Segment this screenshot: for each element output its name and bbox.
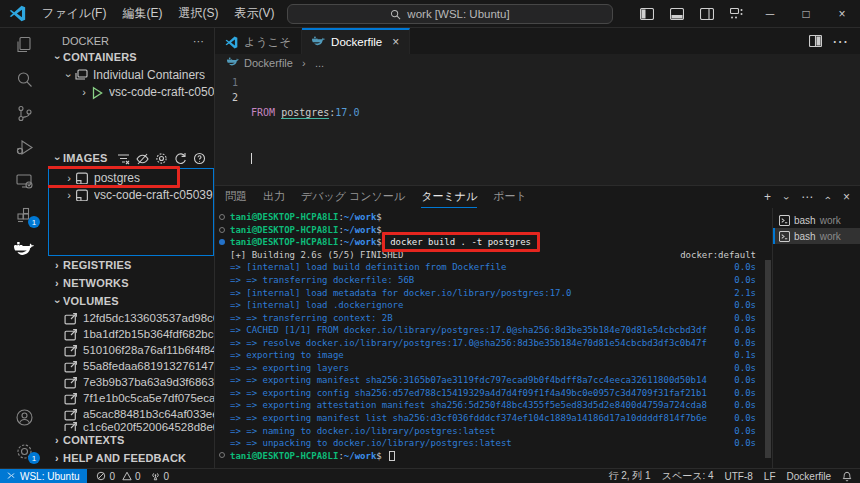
- terminal-dropdown-icon[interactable]: ›: [781, 192, 792, 204]
- close-panel-icon[interactable]: ×: [843, 190, 850, 204]
- text-cursor: [251, 153, 252, 164]
- maximize-panel-icon[interactable]: ›: [822, 192, 833, 204]
- remote-explorer-icon[interactable]: [0, 164, 48, 198]
- volume-label: 7e3b9b37ba63a9d3f686356050...: [83, 376, 214, 388]
- section-contexts[interactable]: › CONTEXTS: [48, 431, 214, 449]
- panel-tab-problems[interactable]: 問題: [225, 186, 247, 208]
- menu-file[interactable]: ファイル(F): [34, 0, 114, 27]
- tree-item-image-vsc[interactable]: › vsc-code-craft-c05039aa99...: [49, 186, 213, 203]
- section-registries[interactable]: › REGISTRIES: [48, 256, 214, 274]
- close-button[interactable]: ×: [824, 0, 860, 28]
- volume-item[interactable]: 510106f28a76af11b6f4f841a5ec...: [48, 342, 214, 358]
- split-editor-icon[interactable]: [809, 35, 822, 47]
- terminal-line: => => naming to docker.io/library/postgr…: [215, 424, 772, 437]
- menu-edit[interactable]: 編集(E): [114, 0, 170, 27]
- volumes-list: 12fd5dc133603537ad98c627cf8...1ba1df2b15…: [48, 310, 214, 431]
- images-tree: › postgres › vsc-code-craft-c05039aa99..…: [48, 168, 214, 256]
- terminal-line: => [internal] load metadata for docker.i…: [215, 286, 772, 299]
- terminal-icon: [779, 215, 790, 226]
- help-icon[interactable]: [193, 152, 206, 165]
- eye-off-icon[interactable]: [136, 152, 149, 165]
- panel-tab-output[interactable]: 出力: [263, 186, 285, 208]
- prompt-user: tani@DESKTOP-HCPA8LI: [230, 225, 338, 235]
- volume-item[interactable]: 7e3b9b37ba63a9d3f686356050...: [48, 374, 214, 390]
- tab-close-icon[interactable]: ×: [392, 35, 399, 49]
- volume-item[interactable]: 12fd5dc133603537ad98c627cf8...: [48, 310, 214, 326]
- cursor-position[interactable]: 行 2, 列 1: [608, 469, 650, 483]
- source-control-icon[interactable]: [0, 96, 48, 130]
- volume-item[interactable]: a5cac88481b3c64af033eeacc0e...: [48, 406, 214, 422]
- run-debug-icon[interactable]: [0, 130, 48, 164]
- toggle-sidebar-icon[interactable]: [632, 0, 662, 28]
- command-center-search[interactable]: work [WSL: Ubuntu]: [287, 4, 613, 24]
- tab-welcome[interactable]: ようこそ: [215, 28, 302, 54]
- terminal-tab-bash-1[interactable]: bash work: [773, 212, 860, 228]
- settings-gear-icon[interactable]: 1: [0, 434, 48, 468]
- tree-item-individual-containers[interactable]: › Individual Containers: [48, 66, 214, 83]
- tab-dockerfile[interactable]: Dockerfile ×: [302, 28, 410, 54]
- panel-more-icon[interactable]: ⋯: [801, 190, 813, 204]
- volume-label: 12fd5dc133603537ad98c627cf8...: [83, 312, 214, 324]
- menu-view[interactable]: 表示(V): [226, 0, 282, 27]
- terminal-text: => exporting to image: [230, 350, 344, 360]
- ports-count: 0: [164, 471, 170, 482]
- eol[interactable]: LF: [764, 471, 776, 482]
- ports-status[interactable]: 0: [150, 471, 170, 482]
- terminal-line: => => unpacking to docker.io/library/pos…: [215, 437, 772, 450]
- activity-bar: 1 1: [0, 28, 48, 468]
- image-token: postgres: [281, 107, 329, 119]
- breadcrumb-more[interactable]: ...: [315, 57, 324, 69]
- terminal-text: => => exporting config sha256:d57ed788c1…: [230, 388, 707, 398]
- section-volumes[interactable]: › VOLUMES: [48, 292, 214, 310]
- new-terminal-icon[interactable]: +: [764, 190, 771, 204]
- filter-icon[interactable]: [117, 152, 130, 165]
- chevron-down-icon: ›: [52, 153, 64, 165]
- section-networks[interactable]: › NETWORKS: [48, 274, 214, 292]
- volume-label: 1ba1df2b15b364fdf682bccd0f4...: [83, 328, 214, 340]
- terminal-scrollbar[interactable]: [765, 260, 771, 458]
- accounts-icon[interactable]: [0, 400, 48, 434]
- docker-extension-icon[interactable]: [0, 232, 48, 266]
- editor-more-icon[interactable]: ⋯: [832, 32, 848, 51]
- indentation[interactable]: スペース: 4: [662, 469, 714, 483]
- code-editor[interactable]: 1 2 FROM postgres:17.0: [215, 72, 860, 185]
- terminal-tab-bash-2[interactable]: bash work: [773, 228, 860, 244]
- panel-tab-ports[interactable]: ポート: [493, 186, 527, 208]
- tree-item-running-container[interactable]: › vsc-code-craft-c05039aa9...: [48, 83, 214, 100]
- volume-item[interactable]: 7f1e1b0c5ca5e7df075ecac74fcf...: [48, 390, 214, 406]
- language-mode[interactable]: Dockerfile: [787, 471, 831, 482]
- terminal-text: => => exporting attestation manifest sha…: [230, 400, 707, 410]
- breadcrumb-file[interactable]: Dockerfile: [244, 57, 293, 69]
- volume-item[interactable]: 1ba1df2b15b364fdf682bccd0f4...: [48, 326, 214, 342]
- encoding[interactable]: UTF-8: [725, 471, 753, 482]
- toggle-secondary-sidebar-icon[interactable]: [692, 0, 722, 28]
- extensions-icon[interactable]: 1: [0, 198, 48, 232]
- customize-layout-icon[interactable]: [722, 0, 752, 28]
- terminal-line: tani@DESKTOP-HCPA8LI:~/work$: [215, 211, 772, 224]
- volume-item[interactable]: 55a8fedaa681913276147ab9e4...: [48, 358, 214, 374]
- volume-icon: [64, 360, 78, 372]
- refresh-icon[interactable]: [174, 152, 187, 165]
- bell-icon[interactable]: [842, 471, 852, 482]
- explorer-icon[interactable]: [0, 28, 48, 62]
- tree-item-image-postgres[interactable]: › postgres: [49, 169, 213, 186]
- menu-selection[interactable]: 選択(S): [170, 0, 226, 27]
- search-sidebar-icon[interactable]: [0, 62, 48, 96]
- terminal-view[interactable]: tani@DESKTOP-HCPA8LI:~/work$ tani@DESKTO…: [215, 208, 772, 468]
- section-containers[interactable]: › CONTAINERS: [48, 48, 214, 66]
- gear-icon[interactable]: [155, 152, 168, 165]
- minimize-button[interactable]: ─: [752, 0, 788, 28]
- panel-tab-terminal[interactable]: ターミナル: [421, 186, 477, 208]
- section-help-feedback[interactable]: › HELP AND FEEDBACK: [48, 449, 214, 467]
- toggle-panel-icon[interactable]: [662, 0, 692, 28]
- terminal-text: => CACHED [1/1] FROM docker.io/library/p…: [230, 325, 707, 335]
- maximize-button[interactable]: □: [788, 0, 824, 28]
- panel-tab-debug-console[interactable]: デバッグ コンソール: [301, 186, 405, 208]
- volume-item[interactable]: c1c6e020f520064528d8e02c67...: [48, 422, 214, 431]
- code-line: [251, 150, 359, 165]
- problems-status[interactable]: 0 0: [96, 471, 140, 482]
- sidebar-more-icon[interactable]: ⋯: [193, 35, 204, 48]
- remote-indicator[interactable]: WSL: Ubuntu: [0, 469, 87, 483]
- terminal-text: => [internal] load build definition from…: [230, 262, 506, 272]
- section-images[interactable]: › IMAGES: [48, 149, 214, 167]
